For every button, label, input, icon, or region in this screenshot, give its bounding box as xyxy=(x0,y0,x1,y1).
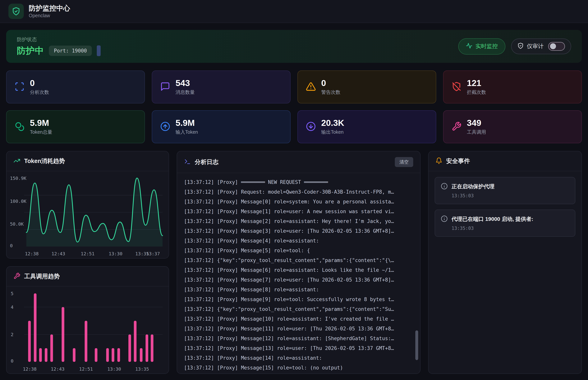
stat-label: Token总量 xyxy=(30,129,52,135)
svg-text:12:43: 12:43 xyxy=(51,366,65,372)
stats-grid: 0 分析次数 543 消息数量 0 警告次数 121 拦截次数 5.9M Tok… xyxy=(6,71,582,143)
log-output[interactable]: [13:37:12] [Proxy] ════════ NEW REQUEST … xyxy=(177,173,420,374)
security-event-card: 正在启动保护代理 13:35:03 xyxy=(435,177,575,204)
shield-icon xyxy=(517,42,524,50)
clear-log-button[interactable]: 清空 xyxy=(395,157,413,167)
svg-text:12:38: 12:38 xyxy=(25,251,39,256)
stat-label: 消息数量 xyxy=(176,89,195,95)
activity-icon xyxy=(466,42,472,50)
log-line: [13:37:12] [Proxy] Message[15] role=tool… xyxy=(184,363,420,373)
stat-label: 分析次数 xyxy=(30,89,49,95)
svg-text:150.9K: 150.9K xyxy=(10,176,27,181)
stat-text: 543 消息数量 xyxy=(176,78,195,95)
security-events-panel: 安全事件 正在启动保护代理 13:35:03 代理已在端口 19000 启动, … xyxy=(428,151,582,374)
stat-value: 0 xyxy=(321,78,340,88)
stat-text: 0 分析次数 xyxy=(30,78,49,95)
log-line: [13:37:12] [Proxy] Message[11] role=user… xyxy=(184,324,420,334)
arrow-up-circle-icon xyxy=(160,121,170,132)
event-title: 正在启动保护代理 xyxy=(451,183,494,190)
stat-text: 20.3K 输出Token xyxy=(321,118,344,135)
toggle-knob xyxy=(550,43,556,49)
analysis-log-panel: 分析日志 清空 [13:37:12] [Proxy] ════════ NEW … xyxy=(177,151,420,374)
stat-text: 5.9M Token总量 xyxy=(30,118,52,135)
log-line: [13:37:12] [Proxy] Message[6] role=assis… xyxy=(184,265,420,275)
stat-card: 0 分析次数 xyxy=(6,71,145,103)
shield-check-icon xyxy=(8,4,24,19)
log-line: [13:37:12] {"key":"proxy_tool_result_con… xyxy=(184,255,420,265)
stat-value: 543 xyxy=(176,78,195,88)
log-line: [13:37:12] [Proxy] Message[4] role=assis… xyxy=(184,236,420,246)
stat-text: 121 拦截次数 xyxy=(467,78,486,95)
audit-only-control[interactable]: 仅审计 xyxy=(511,38,571,54)
stat-card: 543 消息数量 xyxy=(152,71,291,103)
log-line: [13:37:12] [Proxy] Message[7] role=user:… xyxy=(184,275,420,285)
analysis-log-title: 分析日志 xyxy=(195,158,391,166)
protection-status-banner: 防护状态 防护中 Port: 19000 实时监控 仅审计 xyxy=(6,30,582,63)
svg-text:13:30: 13:30 xyxy=(107,366,121,372)
svg-text:12:38: 12:38 xyxy=(23,366,37,372)
coins-icon xyxy=(15,121,24,132)
realtime-monitor-button[interactable]: 实时监控 xyxy=(458,38,505,55)
log-line: [13:37:12] [Proxy] Message[3] role=user:… xyxy=(184,226,420,236)
audit-only-toggle[interactable] xyxy=(548,42,565,51)
security-events-list: 正在启动保护代理 13:35:03 代理已在端口 19000 启动, 提供者: … xyxy=(429,171,582,243)
svg-text:12:43: 12:43 xyxy=(52,251,65,256)
svg-text:0: 0 xyxy=(10,243,13,248)
log-line: [13:37:12] [Proxy] Message[1] role=user:… xyxy=(184,207,420,216)
svg-text:13:30: 13:30 xyxy=(109,251,122,256)
stat-label: 输出Token xyxy=(321,129,344,135)
message-icon xyxy=(160,82,170,92)
stat-card: 5.9M 输入Token xyxy=(152,110,291,143)
stat-card: 349 工具调用 xyxy=(443,110,582,143)
svg-text:12:51: 12:51 xyxy=(79,366,93,372)
wrench-icon xyxy=(13,273,20,280)
stat-label: 拦截次数 xyxy=(467,89,486,95)
svg-text:13:35: 13:35 xyxy=(135,366,149,372)
log-line: [13:37:12] {"key":"proxy_tool_result_con… xyxy=(184,304,420,314)
stat-value: 20.3K xyxy=(321,118,344,127)
status-value: 防护中 xyxy=(17,45,44,57)
stat-card: 0 警告次数 xyxy=(297,71,436,103)
log-line: [13:37:12] [Proxy] Message[12] role=assi… xyxy=(184,334,420,343)
info-icon xyxy=(441,183,448,190)
svg-text:13:37: 13:37 xyxy=(146,251,160,256)
stat-value: 121 xyxy=(467,78,486,88)
log-line: [13:37:12] [Proxy] Message[0] role=syste… xyxy=(184,197,420,207)
stat-card: 121 拦截次数 xyxy=(443,71,582,103)
stat-text: 0 警告次数 xyxy=(321,78,340,95)
security-event-card: 代理已在端口 19000 启动, 提供者: 13:35:03 xyxy=(435,209,575,237)
svg-text:12:51: 12:51 xyxy=(81,251,95,256)
event-time: 13:35:03 xyxy=(451,193,569,198)
log-line: [13:37:12] [Proxy] Message[10] role=assi… xyxy=(184,314,420,324)
wrench-icon xyxy=(451,121,462,132)
info-icon xyxy=(441,215,448,223)
page-subtitle: Openclaw xyxy=(29,13,70,19)
log-line: [13:37:12] [Proxy] Request: model=Qwen3-… xyxy=(184,187,420,197)
scan-icon xyxy=(15,82,24,92)
token-trend-panel: Token消耗趋势 050.0K100.0K150.9K12:3812:4312… xyxy=(6,151,169,259)
stat-label: 工具调用 xyxy=(467,129,486,135)
stat-text: 5.9M 输入Token xyxy=(176,118,198,135)
log-line: [13:37:12] [Proxy] ════════ NEW REQUEST … xyxy=(184,177,420,187)
stat-value: 5.9M xyxy=(30,118,52,127)
stat-card: 20.3K 输出Token xyxy=(297,110,436,143)
log-line: [13:37:12] [Proxy] Message[5] role=tool:… xyxy=(184,246,420,255)
tool-trend-panel: 工具调用趋势 024512:3812:4312:5113:3013:35 xyxy=(6,266,169,374)
token-trend-chart: 050.0K100.0K150.9K12:3812:4312:5113:3013… xyxy=(6,171,169,259)
terminal-icon xyxy=(184,158,191,166)
stat-label: 警告次数 xyxy=(321,89,340,95)
log-scrollbar-thumb[interactable] xyxy=(415,330,418,360)
arrow-down-circle-icon xyxy=(306,121,316,132)
cursor-indicator xyxy=(97,45,101,56)
stat-label: 输入Token xyxy=(176,129,198,135)
svg-text:2: 2 xyxy=(11,332,13,337)
log-line: [13:37:12] [Proxy] Message[2] role=assis… xyxy=(184,216,420,226)
port-badge: Port: 19000 xyxy=(49,46,92,56)
log-line: [13:37:12] [Proxy] Message[9] role=tool:… xyxy=(184,295,420,304)
log-line: [13:37:12] [Proxy] Message[14] role=assi… xyxy=(184,353,420,363)
log-line: [13:37:12] [Proxy] Message[13] role=user… xyxy=(184,343,420,353)
audit-only-label: 仅审计 xyxy=(527,42,544,50)
realtime-monitor-label: 实时监控 xyxy=(475,42,498,50)
log-line: [13:37:12] {"key":"proxy_tool_result_con… xyxy=(184,373,420,374)
status-label: 防护状态 xyxy=(17,36,101,43)
